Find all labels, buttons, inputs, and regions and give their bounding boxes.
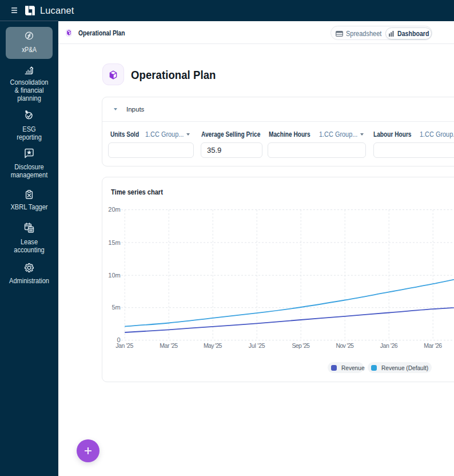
svg-text:20m: 20m [108,206,120,213]
svg-text:10m: 10m [108,272,120,279]
svg-text:Jan '25: Jan '25 [116,342,133,349]
svg-text:Sep '25: Sep '25 [292,342,310,349]
svg-text:May '25: May '25 [204,342,222,349]
svg-text:Mar '26: Mar '26 [424,342,442,349]
svg-text:Jan '26: Jan '26 [380,342,398,349]
svg-text:Jul '25: Jul '25 [249,342,265,349]
svg-text:5m: 5m [111,304,120,311]
svg-text:Mar '25: Mar '25 [160,342,178,349]
svg-text:15m: 15m [108,239,120,246]
svg-text:Nov '25: Nov '25 [336,342,354,349]
